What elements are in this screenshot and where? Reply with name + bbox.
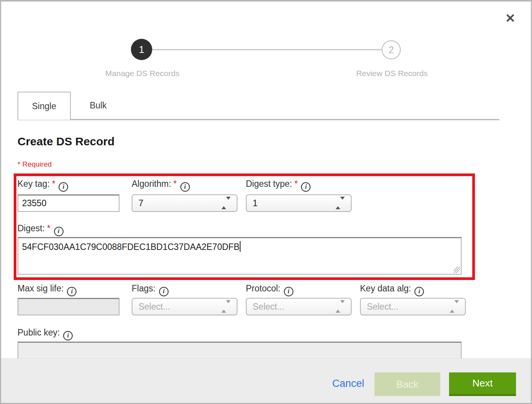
cancel-button[interactable]: Cancel [332, 378, 364, 390]
key-data-alg-label: Key data alg:i [360, 283, 424, 296]
modal-footer: Cancel Back Next [1, 358, 531, 403]
tab-bulk[interactable]: Bulk [72, 92, 125, 118]
digest-label: Digest:*i [18, 223, 64, 236]
key-data-alg-info-icon[interactable]: i [414, 287, 424, 296]
close-icon[interactable]: ✕ [503, 11, 518, 26]
resize-handle-icon[interactable] [454, 267, 460, 273]
key-tag-label-text: Key tag: [18, 179, 49, 189]
max-sig-life-label-text: Max sig life: [18, 283, 64, 293]
public-key-info-icon[interactable]: i [63, 331, 73, 340]
stepper-step-1-circle: 1 [131, 39, 152, 60]
digest-type-label-text: Digest type: [246, 179, 292, 189]
flags-label: Flags:i [132, 283, 169, 296]
chevron-up-down-icon [221, 200, 231, 207]
stepper-step-2-label: Review DS Records [316, 69, 468, 78]
stepper-connector [152, 49, 382, 50]
required-note: * Required [18, 160, 52, 169]
tab-single[interactable]: Single [18, 92, 71, 120]
next-button[interactable]: Next [449, 372, 516, 396]
algorithm-info-icon[interactable]: i [180, 182, 190, 192]
public-key-textarea[interactable] [18, 342, 462, 358]
key-data-alg-label-text: Key data alg: [360, 283, 411, 293]
flags-select[interactable]: Select... [132, 298, 237, 315]
public-key-label-text: Public key: [18, 328, 60, 337]
max-sig-life-info-icon[interactable]: i [67, 287, 76, 296]
protocol-label-text: Protocol: [246, 283, 280, 293]
create-ds-record-modal: ✕ 1 2 Manage DS Records Review DS Record… [0, 0, 532, 404]
digest-type-required-star: * [294, 179, 298, 189]
protocol-select-value: Select... [253, 302, 284, 312]
chevron-up-down-icon [450, 303, 459, 310]
key-tag-required-star: * [52, 179, 55, 189]
text-cursor [240, 241, 241, 252]
digest-label-text: Digest: [18, 223, 45, 233]
max-sig-life-label: Max sig life:i [18, 283, 76, 296]
digest-type-select[interactable]: 1 [246, 194, 352, 212]
algorithm-required-star: * [174, 179, 177, 189]
digest-required-star: * [47, 223, 51, 233]
algorithm-select-value: 7 [139, 198, 143, 208]
digest-textarea[interactable]: 54FCF030AA1C79C0088FDEC1BD1C37DAA2E70DFB [18, 237, 462, 275]
digest-info-icon[interactable]: i [54, 227, 64, 236]
digest-type-select-value: 1 [253, 198, 258, 208]
stepper-step-2-circle: 2 [382, 40, 401, 59]
protocol-label: Protocol:i [246, 283, 293, 296]
flags-select-value: Select... [139, 302, 170, 312]
chevron-up-down-icon [336, 200, 345, 207]
tab-divider-line [18, 119, 499, 120]
max-sig-life-input[interactable] [18, 298, 119, 315]
key-tag-label: Key tag:*i [18, 179, 68, 192]
key-data-alg-select-value: Select... [367, 302, 398, 312]
public-key-label: Public key:i [18, 328, 73, 340]
protocol-select[interactable]: Select... [246, 298, 352, 315]
digest-type-label: Digest type:*i [246, 179, 311, 192]
algorithm-label-text: Algorithm: [132, 179, 171, 189]
key-data-alg-select[interactable]: Select... [360, 298, 466, 315]
digest-textarea-value: 54FCF030AA1C79C0088FDEC1BD1C37DAA2E70DFB [22, 242, 239, 252]
flags-label-text: Flags: [132, 283, 156, 293]
chevron-up-down-icon [336, 303, 345, 310]
flags-info-icon[interactable]: i [159, 287, 169, 296]
back-button[interactable]: Back [374, 372, 440, 396]
chevron-up-down-icon [221, 303, 231, 310]
key-tag-info-icon[interactable]: i [59, 182, 68, 192]
protocol-info-icon[interactable]: i [284, 287, 293, 296]
algorithm-label: Algorithm:*i [132, 179, 190, 192]
stepper-step-1-label: Manage DS Records [66, 69, 218, 78]
key-tag-input[interactable] [18, 194, 119, 212]
digest-type-info-icon[interactable]: i [301, 182, 311, 192]
algorithm-select[interactable]: 7 [132, 194, 237, 212]
page-title: Create DS Record [18, 135, 115, 148]
